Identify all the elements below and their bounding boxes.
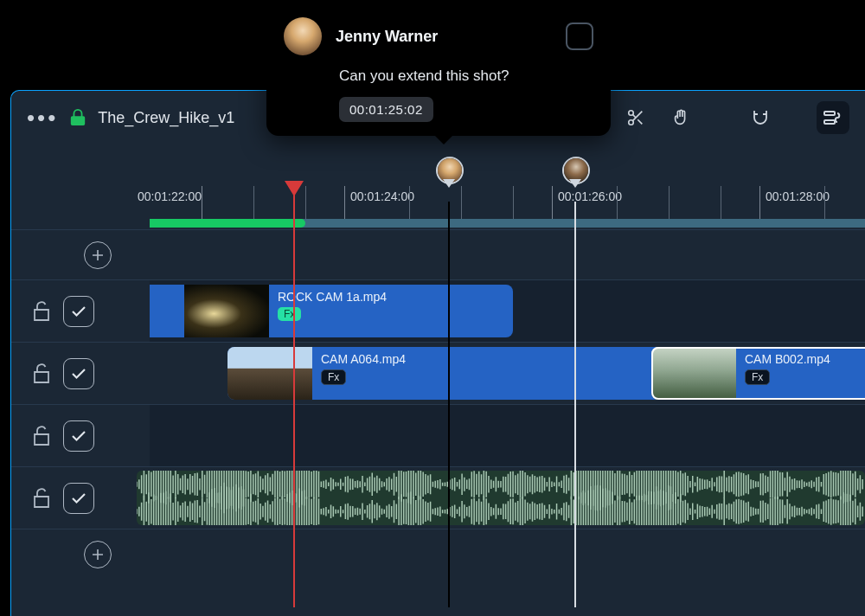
more-menu-icon[interactable]: ••• <box>27 105 58 132</box>
playhead[interactable] <box>293 183 295 607</box>
unlock-icon[interactable] <box>32 425 51 447</box>
ruler-label: 00:01:26:00 <box>558 189 622 203</box>
track-controls-column <box>11 229 150 616</box>
comment-popover: Jenny Warner Can you extend this shot? 0… <box>266 2 611 136</box>
timeline-lane-spacer <box>150 529 865 579</box>
link-tracks-icon[interactable] <box>817 101 849 134</box>
fx-badge[interactable]: Fx <box>278 307 301 321</box>
track-enable-toggle[interactable] <box>63 358 94 389</box>
fx-badge[interactable]: Fx <box>745 369 770 385</box>
ruler-label: 00:01:28:00 <box>766 189 830 203</box>
track-row-a1 <box>11 466 150 529</box>
clip-thumbnail <box>184 285 269 337</box>
track-add-row <box>11 529 150 579</box>
fx-badge[interactable]: Fx <box>321 369 346 385</box>
timeline-lane-v2[interactable]: CAM A064.mp4 Fx CAM B002.mp4 Fx <box>150 342 865 404</box>
unlock-icon[interactable] <box>32 300 51 323</box>
timeline-panel: ••• The_Crew_Hike_v1 00:01:22:00 00:01:2… <box>10 90 865 616</box>
project-title: The_Crew_Hike_v1 <box>98 109 234 127</box>
svg-rect-2 <box>824 112 835 115</box>
unlock-icon[interactable] <box>32 487 51 510</box>
track-row-v3 <box>11 404 150 466</box>
comment-text: Can you extend this shot? <box>339 67 593 85</box>
comment-avatar <box>284 17 322 55</box>
lock-icon[interactable] <box>70 109 86 126</box>
track-enable-toggle[interactable] <box>63 420 94 452</box>
video-clip[interactable]: ROCK CAM 1a.mp4 Fx <box>150 285 513 337</box>
clip-name: CAM B002.mp4 <box>745 352 830 366</box>
clip-thumbnail <box>651 347 736 400</box>
comment-author: Jenny Warner <box>336 28 438 46</box>
waveform <box>137 471 865 525</box>
timeline-lane-a1[interactable] <box>150 466 865 529</box>
ruler-label: 00:01:22:00 <box>138 189 202 203</box>
clip-name: CAM A064.mp4 <box>321 352 406 366</box>
track-row-v2 <box>11 342 150 404</box>
hand-pan-icon[interactable] <box>664 101 697 134</box>
track-enable-toggle[interactable] <box>63 296 94 327</box>
timeline-lane-v1[interactable]: ROCK CAM 1a.mp4 Fx <box>150 279 865 342</box>
svg-rect-3 <box>824 120 835 124</box>
timeline-lane-v3[interactable] <box>150 404 865 466</box>
track-row-v1 <box>11 279 150 342</box>
track-add-row <box>11 229 150 279</box>
in-out-range-bar[interactable] <box>150 219 865 228</box>
svg-point-1 <box>629 120 634 125</box>
comment-resolve-checkbox[interactable] <box>566 22 593 50</box>
comment-marker[interactable] <box>448 183 450 607</box>
add-track-icon[interactable] <box>84 541 112 568</box>
video-clip[interactable]: CAM B002.mp4 Fx <box>651 347 865 400</box>
add-track-icon[interactable] <box>84 241 112 269</box>
scissors-icon[interactable] <box>619 101 652 134</box>
comment-marker[interactable] <box>574 183 576 607</box>
clip-thumbnail <box>227 347 312 400</box>
timeline-lane-spacer <box>150 229 865 279</box>
unlock-icon[interactable] <box>32 363 51 385</box>
ruler-label: 00:01:24:00 <box>350 189 414 203</box>
track-enable-toggle[interactable] <box>63 483 94 514</box>
comment-timecode[interactable]: 00:01:25:02 <box>339 97 433 122</box>
in-out-fill <box>150 219 305 228</box>
svg-point-0 <box>629 111 634 116</box>
audio-clip[interactable] <box>137 471 865 525</box>
snap-magnet-icon[interactable] <box>744 101 777 134</box>
timeline-lanes[interactable]: ROCK CAM 1a.mp4 Fx CAM A064.mp4 Fx <box>150 229 865 616</box>
timeline-ruler[interactable]: 00:01:22:00 00:01:24:00 00:01:26:00 00:0… <box>150 186 865 222</box>
